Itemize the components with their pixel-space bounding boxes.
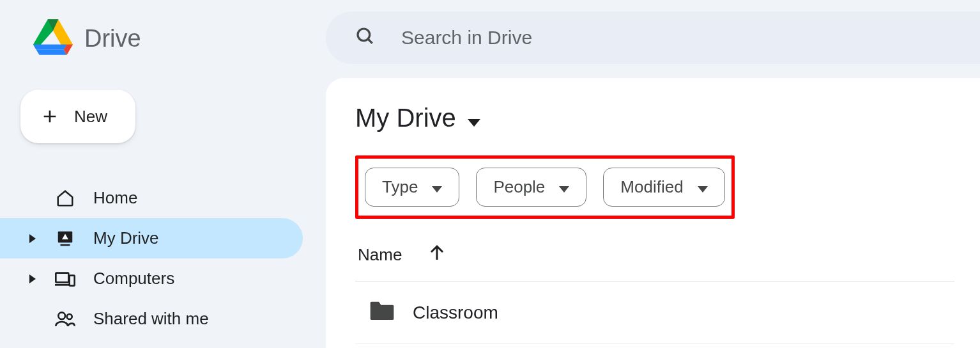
- caret-down-icon: [432, 177, 442, 197]
- search-icon: [355, 26, 376, 49]
- sidebar-item-label: Home: [93, 188, 303, 208]
- sidebar-item-shared[interactable]: Shared with me: [0, 299, 303, 339]
- caret-down-icon: [698, 177, 708, 197]
- drive-logo-icon: [33, 19, 73, 58]
- filter-modified[interactable]: Modified: [603, 168, 724, 207]
- svg-rect-0: [56, 273, 68, 282]
- row-name: Classroom: [413, 303, 498, 323]
- svg-point-2: [58, 312, 65, 319]
- sidebar-item-home[interactable]: Home: [0, 178, 303, 218]
- plus-icon: [40, 106, 60, 127]
- svg-point-3: [67, 314, 72, 319]
- column-label: Name: [358, 245, 402, 265]
- sidebar-item-computers[interactable]: Computers: [0, 258, 303, 299]
- filter-label: Type: [382, 177, 418, 197]
- caret-down-icon: [559, 177, 569, 197]
- sidebar-item-my-drive[interactable]: My Drive: [0, 218, 303, 258]
- svg-rect-1: [70, 275, 75, 285]
- people-icon: [55, 311, 75, 328]
- filter-people[interactable]: People: [476, 168, 586, 207]
- devices-icon: [55, 270, 75, 288]
- new-button-label: New: [74, 107, 107, 127]
- filter-label: Modified: [620, 177, 683, 197]
- expand-caret-icon[interactable]: [28, 274, 37, 283]
- table-row[interactable]: Classroom: [355, 281, 954, 344]
- breadcrumb[interactable]: My Drive: [355, 104, 980, 132]
- search-input[interactable]: Search in Drive: [401, 27, 532, 49]
- home-icon: [55, 189, 75, 208]
- arrow-up-icon: [430, 244, 444, 265]
- filter-type[interactable]: Type: [365, 168, 459, 207]
- brand[interactable]: Drive: [0, 19, 326, 58]
- folder-icon: [369, 299, 395, 326]
- column-header-name[interactable]: Name: [355, 244, 954, 281]
- sidebar-item-label: Computers: [93, 269, 303, 289]
- my-drive-icon: [55, 229, 75, 248]
- sidebar-item-label: Shared with me: [93, 309, 303, 329]
- breadcrumb-title: My Drive: [355, 104, 456, 132]
- search-bar[interactable]: Search in Drive: [326, 12, 980, 64]
- sidebar-nav: Home My Drive Computers: [0, 178, 326, 339]
- new-button[interactable]: New: [20, 90, 135, 143]
- sidebar-item-label: My Drive: [93, 228, 303, 248]
- filters-highlight-box: Type People Modified: [355, 155, 735, 219]
- brand-name: Drive: [84, 25, 141, 52]
- expand-caret-icon[interactable]: [28, 234, 37, 243]
- filter-label: People: [493, 177, 545, 197]
- caret-down-icon: [468, 104, 480, 132]
- svg-point-4: [358, 29, 370, 41]
